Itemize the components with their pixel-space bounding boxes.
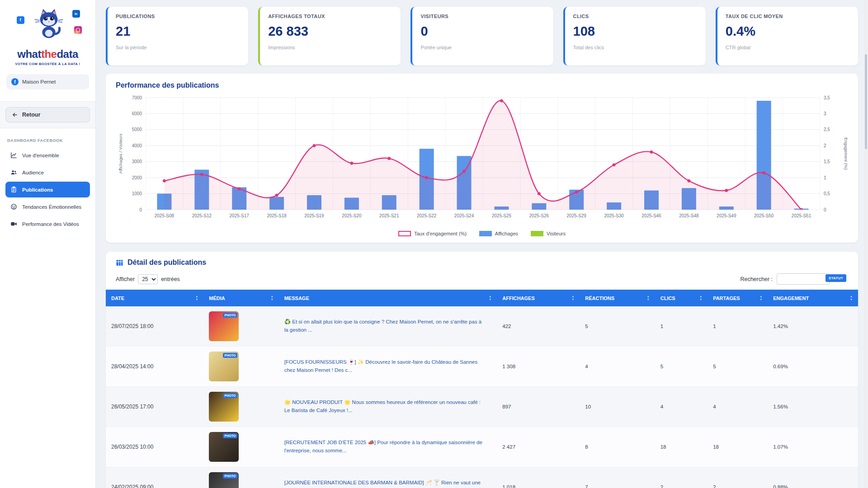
sidebar: f in whatthedata VOTRE CO xyxy=(0,0,96,488)
cell-reactions: 10 xyxy=(580,387,655,427)
cell-message: [JOURNÉE INTERNATIONALE DES BARMAN & BAR… xyxy=(279,467,497,488)
brand-tagline: VOTRE COM BOOSTÉE À LA DATA ! xyxy=(5,62,90,66)
cell-partages: 5 xyxy=(708,347,768,387)
sidebar-item-tendances-emotionnelles[interactable]: Tendances Émotionnelles xyxy=(5,199,90,215)
sidebar-item-audience[interactable]: Audience xyxy=(5,164,90,180)
column-header-partages[interactable]: PARTAGES▲▼ xyxy=(708,290,768,306)
legend-item-engagement[interactable]: Taux d'engagement (%) xyxy=(398,231,467,236)
cell-date: 28/04/2025 14:00 xyxy=(106,347,203,387)
svg-text:5000: 5000 xyxy=(132,127,142,132)
column-header-reactions[interactable]: RÉACTIONS▲▼ xyxy=(580,290,655,306)
post-thumbnail[interactable]: PHOTO xyxy=(209,311,239,341)
cat-mascot-logo: f in xyxy=(14,6,82,48)
sort-icon: ▲▼ xyxy=(760,295,762,301)
post-message-link[interactable]: 🌟 NOUVEAU PRODUIT 🌟 Nous sommes heureux … xyxy=(284,399,483,415)
post-message-link[interactable]: ♻️ Et si on allait plus loin que la cons… xyxy=(284,318,483,334)
instagram-icon xyxy=(74,26,82,34)
post-message-link[interactable]: [RECRUTEMENT JOB D'ÉTÉ 2025 📣] Pour répo… xyxy=(284,439,483,455)
back-label: Retour xyxy=(22,112,40,118)
publications-table-card: Détail des publications Afficher 25 entr… xyxy=(106,252,858,488)
sidebar-item-vue-d-ensemble[interactable]: Vue d'ensemble xyxy=(5,147,90,163)
column-label: DATE xyxy=(111,296,124,301)
svg-text:7000: 7000 xyxy=(132,95,142,100)
sidebar-item-performance-des-videos[interactable]: Performance des Vidéos xyxy=(5,216,90,232)
column-label: MESSAGE xyxy=(284,296,309,301)
svg-text:3: 3 xyxy=(824,111,826,116)
column-header-message[interactable]: MESSAGE▲▼ xyxy=(279,290,497,306)
svg-text:3,5: 3,5 xyxy=(824,95,830,100)
post-message-link[interactable]: [FOCUS FOURNISSEURS 🍷] ✨ Découvrez le sa… xyxy=(284,358,483,375)
svg-text:0: 0 xyxy=(139,207,142,212)
cell-affichages: 422 xyxy=(497,306,580,347)
svg-text:2025-S25: 2025-S25 xyxy=(492,213,512,218)
legend-item-visiteurs[interactable]: Visiteurs xyxy=(531,231,566,236)
cell-clics: 5 xyxy=(655,347,708,387)
back-button[interactable]: Retour xyxy=(5,107,90,122)
statut-button[interactable]: STATUT xyxy=(826,274,846,282)
svg-text:2025-S46: 2025-S46 xyxy=(642,213,661,218)
entries-per-page-select[interactable]: 25 xyxy=(138,274,158,284)
legend-label: Taux d'engagement (%) xyxy=(414,231,467,236)
sidebar-item-label: Performance des Vidéos xyxy=(22,221,79,227)
post-message-link[interactable]: [JOURNÉE INTERNATIONALE DES BARMAN & BAR… xyxy=(284,479,483,488)
cell-engagement: 0.69% xyxy=(768,347,858,387)
legend-swatch xyxy=(531,231,543,236)
kpi-value: 0.4% xyxy=(726,24,850,39)
svg-text:0: 0 xyxy=(824,207,826,212)
column-label: CLICS xyxy=(660,296,675,301)
column-label: PARTAGES xyxy=(713,296,740,301)
kpi-value: 0 xyxy=(420,24,545,39)
column-label: MÉDIA xyxy=(209,296,225,301)
kpi-title: AFFICHAGES TOTAUX xyxy=(268,14,392,19)
account-selector-maison-pernet[interactable]: f Maison Pernet xyxy=(6,74,89,89)
back-section: Retour xyxy=(0,101,95,128)
kpi-subtitle: Impressions xyxy=(268,45,392,50)
svg-text:Affichages / Visiteurs: Affichages / Visiteurs xyxy=(118,134,123,174)
kpi-row: PUBLICATIONS21Sur la périodeAFFICHAGES T… xyxy=(106,7,858,66)
cell-affichages: 897 xyxy=(497,387,580,427)
chart-title: Performance des publications xyxy=(116,81,848,89)
sidebar-section-title: DASHBOARD FACEBOOK xyxy=(7,138,88,143)
column-header-engagement[interactable]: ENGAGEMENT▲▼ xyxy=(768,290,858,306)
svg-text:2025-S20: 2025-S20 xyxy=(342,213,362,218)
svg-text:2025-S21: 2025-S21 xyxy=(379,213,399,218)
svg-text:4000: 4000 xyxy=(132,143,142,148)
cell-reactions: 4 xyxy=(580,347,655,387)
post-thumbnail[interactable]: PHOTO xyxy=(209,352,239,381)
svg-text:2025-S22: 2025-S22 xyxy=(417,213,437,218)
page-scrollbar[interactable] xyxy=(864,0,868,488)
cell-message: [RECRUTEMENT JOB D'ÉTÉ 2025 📣] Pour répo… xyxy=(279,427,497,467)
sidebar-item-label: Audience xyxy=(22,170,44,175)
cell-clics: 4 xyxy=(655,387,708,427)
photo-badge: PHOTO xyxy=(223,474,238,479)
cell-media: PHOTO xyxy=(203,467,278,488)
legend-swatch xyxy=(479,231,492,236)
table-search-input[interactable] xyxy=(777,273,830,285)
sidebar-item-publications[interactable]: Publications xyxy=(5,182,90,197)
column-header-clics[interactable]: CLICS▲▼ xyxy=(655,290,708,306)
post-thumbnail[interactable]: PHOTO xyxy=(209,392,239,422)
column-header-media[interactable]: MÉDIA▲▼ xyxy=(203,290,278,306)
svg-text:1,5: 1,5 xyxy=(824,159,830,164)
svg-text:2025-S19: 2025-S19 xyxy=(304,213,324,218)
legend-item-affichages[interactable]: Affichages xyxy=(479,231,518,236)
column-header-date[interactable]: DATE▲▼ xyxy=(106,290,203,306)
cell-engagement: 1.56% xyxy=(768,387,858,427)
svg-text:0,5: 0,5 xyxy=(824,191,830,196)
cell-clics: 1 xyxy=(655,306,708,347)
cell-reactions: 5 xyxy=(580,306,655,347)
sort-icon: ▲▼ xyxy=(699,295,702,301)
sort-icon: ▲▼ xyxy=(195,295,198,301)
cell-message: [FOCUS FOURNISSEURS 🍷] ✨ Découvrez le sa… xyxy=(279,347,497,387)
post-thumbnail[interactable]: PHOTO xyxy=(209,432,239,462)
cell-affichages: 2 427 xyxy=(497,427,580,467)
brand-logo: f in whatthedata VOTRE CO xyxy=(5,5,90,70)
svg-text:2025-S26: 2025-S26 xyxy=(529,213,549,218)
column-label: ENGAGEMENT xyxy=(773,296,809,301)
column-header-affichages[interactable]: AFFICHAGES▲▼ xyxy=(497,290,580,306)
cell-engagement: 1.07% xyxy=(768,427,858,467)
sort-icon: ▲▼ xyxy=(271,295,274,301)
cell-date: 26/05/2025 17:00 xyxy=(106,387,203,427)
post-thumbnail[interactable]: PHOTO xyxy=(209,472,239,488)
smiley-icon xyxy=(10,203,17,210)
